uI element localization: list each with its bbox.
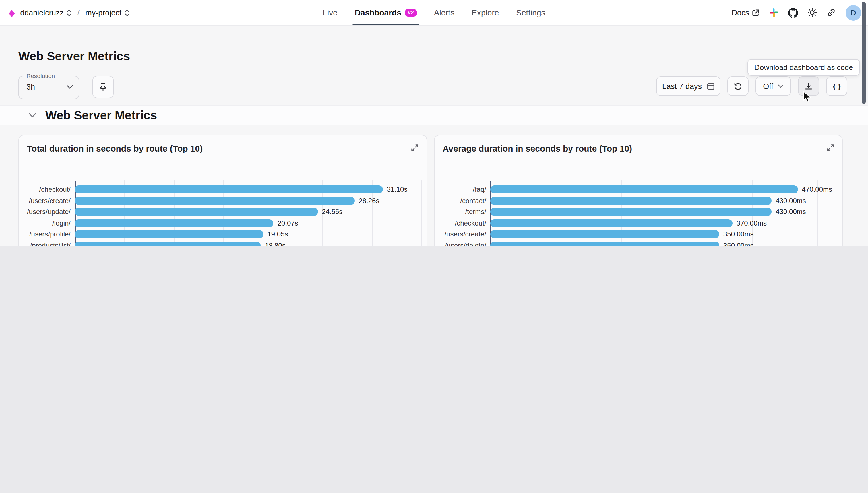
docs-link[interactable]: Docs [732,8,760,17]
bar-value-label: 430.00ms [776,208,806,216]
auto-refresh-select[interactable]: Off [756,76,791,96]
download-icon [804,82,813,90]
section-header: Web Server Metrics [0,105,868,125]
mouse-cursor [803,91,812,103]
bar-category-label: /products/list/ [19,241,70,246]
bar-value-label: 28.26s [359,197,379,205]
bar-value-label: 370.00ms [737,219,767,227]
bar-value-label: 20.07s [278,219,298,227]
chevron-updown-icon [124,9,129,16]
breadcrumb-separator: / [78,8,80,17]
bar-category-label: /login/ [19,219,70,227]
breadcrumb: ◆ ddanielcruzz / my-project [8,0,129,25]
logfire-logo-icon[interactable]: ◆ [9,8,15,18]
resolution-label: Resolution [24,72,57,79]
chevron-down-icon [778,84,784,88]
tab-label: Settings [516,8,545,17]
app-window: ◆ ddanielcruzz / my-project LiveDashboar… [0,0,868,246]
pin-icon [99,82,107,91]
bar-value-label: 19.05s [267,230,288,238]
time-range-button[interactable]: Last 7 days [656,76,720,96]
tab-explore[interactable]: Explore [472,0,499,25]
panel-total-duration-by-route: Total duration in seconds by route (Top … [18,135,427,246]
bar-category-label: /checkout/ [435,219,486,227]
tab-dashboards[interactable]: DashboardsV2 [355,0,417,25]
bar[interactable] [75,219,274,227]
bar[interactable] [75,185,383,193]
bar[interactable] [490,208,771,216]
panel-title: Total duration in seconds by route (Top … [27,143,203,153]
tab-label: Explore [472,8,499,17]
bar[interactable] [490,230,719,238]
docs-label: Docs [732,8,749,17]
bar-category-label: /faq/ [435,185,486,193]
bar-category-label: /users/update/ [19,208,70,216]
calendar-icon [706,82,715,90]
bar-value-label: 31.10s [387,185,407,193]
bar-category-label: /users/create/ [19,197,70,205]
tab-label: Alerts [434,8,455,17]
bar-category-label: /contact/ [435,197,486,205]
nav-actions: Docs D [732,0,861,25]
expand-icon[interactable] [826,144,835,152]
org-name: ddanielcruzz [20,8,64,17]
braces-label: { } [833,82,841,90]
bar[interactable] [490,185,798,193]
bar[interactable] [75,208,318,216]
refresh-button[interactable] [727,76,748,96]
project-selector[interactable]: my-project [85,8,129,17]
section-title: Web Server Metrics [45,108,157,122]
panel-average-duration-by-route: Average duration in seconds by route (To… [434,135,843,246]
bar-category-label: /terms/ [435,208,486,216]
slack-icon[interactable] [769,8,779,17]
dashboard-code-button[interactable]: { } [826,76,847,96]
link-icon[interactable] [827,8,836,17]
bar-category-label: /users/delete/ [435,241,486,246]
bar-value-label: 350.00ms [723,241,754,246]
panel-header: Average duration in seconds by route (To… [435,135,842,161]
project-name: my-project [85,8,122,17]
bar-value-label: 350.00ms [723,230,754,238]
bar[interactable] [490,197,771,205]
bar-category-label: /users/profile/ [19,230,70,238]
chevron-down-icon [67,85,73,89]
nav-tabs: LiveDashboardsV2AlertsExploreSettings [323,0,545,25]
bar-category-label: /checkout/ [19,185,70,193]
org-selector[interactable]: ddanielcruzz [20,8,72,17]
bar-value-label: 24.55s [322,208,342,216]
gridline [421,180,422,246]
bar[interactable] [490,241,719,246]
bar-value-label: 18.80s [265,241,285,246]
tab-label: Live [323,8,338,17]
section-collapse-button[interactable] [29,113,36,117]
github-icon[interactable] [788,8,798,18]
bar-value-label: 430.00ms [776,197,806,205]
refresh-icon [734,82,742,90]
panel-title: Average duration in seconds by route (To… [443,143,632,153]
tab-live[interactable]: Live [323,0,338,25]
active-tab-underline [353,23,419,25]
bar[interactable] [75,241,261,246]
resolution-select[interactable]: Resolution 3h [18,76,79,99]
chevron-updown-icon [67,9,72,16]
tooltip: Download dashboard as code [747,59,860,76]
expand-icon[interactable] [410,144,419,152]
time-range-value: Last 7 days [662,82,702,90]
bar[interactable] [490,219,733,227]
tab-settings[interactable]: Settings [516,0,545,25]
page-title: Web Server Metrics [18,49,130,63]
external-link-icon [752,9,760,16]
bar-category-label: /users/create/ [435,230,486,238]
auto-refresh-value: Off [763,82,773,90]
top-nav: ◆ ddanielcruzz / my-project LiveDashboar… [0,0,868,26]
sun-icon[interactable] [808,8,817,17]
bar[interactable] [75,197,355,205]
scrollbar-thumb[interactable] [862,2,866,104]
pin-resolution-button[interactable] [92,76,114,98]
resolution-value: 3h [26,83,35,91]
user-avatar[interactable]: D [846,5,861,20]
bar-value-label: 470.00ms [802,185,832,193]
tab-alerts[interactable]: Alerts [434,0,455,25]
panel-header: Total duration in seconds by route (Top … [19,135,426,161]
bar[interactable] [75,230,263,238]
